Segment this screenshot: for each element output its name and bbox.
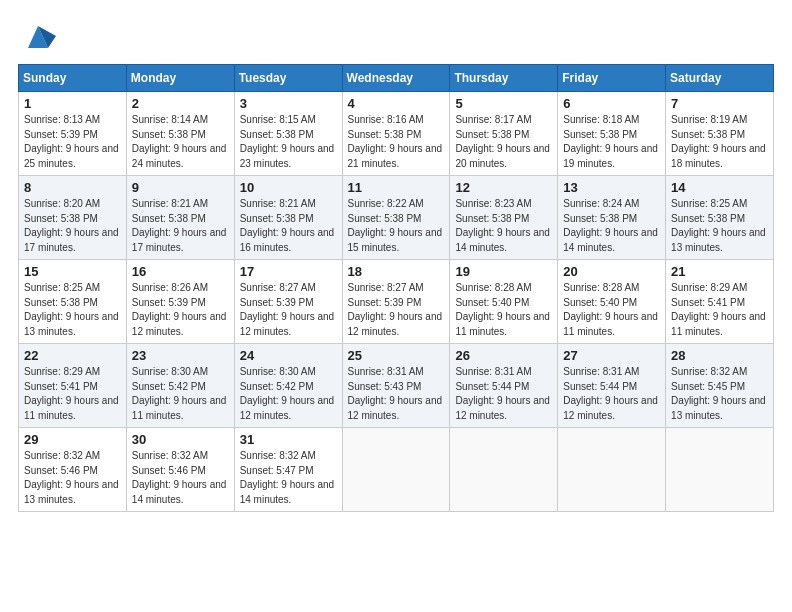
day-detail: Sunrise: 8:26 AM Sunset: 5:39 PM Dayligh… xyxy=(132,281,229,339)
week-row-1: 1 Sunrise: 8:13 AM Sunset: 5:39 PM Dayli… xyxy=(19,92,774,176)
calendar-cell: 20 Sunrise: 8:28 AM Sunset: 5:40 PM Dayl… xyxy=(558,260,666,344)
calendar-body: 1 Sunrise: 8:13 AM Sunset: 5:39 PM Dayli… xyxy=(19,92,774,512)
calendar-cell xyxy=(342,428,450,512)
day-detail: Sunrise: 8:27 AM Sunset: 5:39 PM Dayligh… xyxy=(240,281,337,339)
calendar-cell: 15 Sunrise: 8:25 AM Sunset: 5:38 PM Dayl… xyxy=(19,260,127,344)
day-number: 14 xyxy=(671,180,768,195)
day-number: 12 xyxy=(455,180,552,195)
day-detail: Sunrise: 8:31 AM Sunset: 5:44 PM Dayligh… xyxy=(563,365,660,423)
day-of-week-thursday: Thursday xyxy=(450,65,558,92)
day-detail: Sunrise: 8:28 AM Sunset: 5:40 PM Dayligh… xyxy=(563,281,660,339)
calendar-cell: 11 Sunrise: 8:22 AM Sunset: 5:38 PM Dayl… xyxy=(342,176,450,260)
day-number: 17 xyxy=(240,264,337,279)
day-number: 24 xyxy=(240,348,337,363)
day-number: 15 xyxy=(24,264,121,279)
day-detail: Sunrise: 8:24 AM Sunset: 5:38 PM Dayligh… xyxy=(563,197,660,255)
day-number: 19 xyxy=(455,264,552,279)
day-number: 23 xyxy=(132,348,229,363)
day-detail: Sunrise: 8:21 AM Sunset: 5:38 PM Dayligh… xyxy=(240,197,337,255)
logo-icon xyxy=(18,18,58,54)
day-detail: Sunrise: 8:31 AM Sunset: 5:44 PM Dayligh… xyxy=(455,365,552,423)
day-detail: Sunrise: 8:29 AM Sunset: 5:41 PM Dayligh… xyxy=(671,281,768,339)
calendar-cell: 29 Sunrise: 8:32 AM Sunset: 5:46 PM Dayl… xyxy=(19,428,127,512)
day-detail: Sunrise: 8:32 AM Sunset: 5:46 PM Dayligh… xyxy=(132,449,229,507)
day-detail: Sunrise: 8:25 AM Sunset: 5:38 PM Dayligh… xyxy=(671,197,768,255)
calendar-cell: 17 Sunrise: 8:27 AM Sunset: 5:39 PM Dayl… xyxy=(234,260,342,344)
week-row-2: 8 Sunrise: 8:20 AM Sunset: 5:38 PM Dayli… xyxy=(19,176,774,260)
day-number: 21 xyxy=(671,264,768,279)
day-detail: Sunrise: 8:19 AM Sunset: 5:38 PM Dayligh… xyxy=(671,113,768,171)
calendar-cell: 28 Sunrise: 8:32 AM Sunset: 5:45 PM Dayl… xyxy=(666,344,774,428)
calendar-cell: 21 Sunrise: 8:29 AM Sunset: 5:41 PM Dayl… xyxy=(666,260,774,344)
calendar-cell xyxy=(450,428,558,512)
logo xyxy=(18,18,58,54)
calendar-cell: 24 Sunrise: 8:30 AM Sunset: 5:42 PM Dayl… xyxy=(234,344,342,428)
day-number: 11 xyxy=(348,180,445,195)
day-number: 8 xyxy=(24,180,121,195)
day-detail: Sunrise: 8:30 AM Sunset: 5:42 PM Dayligh… xyxy=(132,365,229,423)
calendar-cell: 12 Sunrise: 8:23 AM Sunset: 5:38 PM Dayl… xyxy=(450,176,558,260)
day-detail: Sunrise: 8:29 AM Sunset: 5:41 PM Dayligh… xyxy=(24,365,121,423)
day-detail: Sunrise: 8:16 AM Sunset: 5:38 PM Dayligh… xyxy=(348,113,445,171)
day-number: 22 xyxy=(24,348,121,363)
day-number: 18 xyxy=(348,264,445,279)
calendar-cell: 23 Sunrise: 8:30 AM Sunset: 5:42 PM Dayl… xyxy=(126,344,234,428)
day-of-week-tuesday: Tuesday xyxy=(234,65,342,92)
day-of-week-friday: Friday xyxy=(558,65,666,92)
calendar-cell xyxy=(558,428,666,512)
day-detail: Sunrise: 8:28 AM Sunset: 5:40 PM Dayligh… xyxy=(455,281,552,339)
day-number: 2 xyxy=(132,96,229,111)
day-detail: Sunrise: 8:20 AM Sunset: 5:38 PM Dayligh… xyxy=(24,197,121,255)
day-number: 26 xyxy=(455,348,552,363)
calendar-cell: 3 Sunrise: 8:15 AM Sunset: 5:38 PM Dayli… xyxy=(234,92,342,176)
day-detail: Sunrise: 8:17 AM Sunset: 5:38 PM Dayligh… xyxy=(455,113,552,171)
day-number: 27 xyxy=(563,348,660,363)
calendar-cell: 18 Sunrise: 8:27 AM Sunset: 5:39 PM Dayl… xyxy=(342,260,450,344)
week-row-4: 22 Sunrise: 8:29 AM Sunset: 5:41 PM Dayl… xyxy=(19,344,774,428)
calendar-cell: 27 Sunrise: 8:31 AM Sunset: 5:44 PM Dayl… xyxy=(558,344,666,428)
calendar-cell: 13 Sunrise: 8:24 AM Sunset: 5:38 PM Dayl… xyxy=(558,176,666,260)
day-number: 7 xyxy=(671,96,768,111)
day-detail: Sunrise: 8:30 AM Sunset: 5:42 PM Dayligh… xyxy=(240,365,337,423)
calendar-cell: 9 Sunrise: 8:21 AM Sunset: 5:38 PM Dayli… xyxy=(126,176,234,260)
calendar-table: SundayMondayTuesdayWednesdayThursdayFrid… xyxy=(18,64,774,512)
calendar-cell: 16 Sunrise: 8:26 AM Sunset: 5:39 PM Dayl… xyxy=(126,260,234,344)
day-number: 29 xyxy=(24,432,121,447)
day-number: 4 xyxy=(348,96,445,111)
calendar-cell: 14 Sunrise: 8:25 AM Sunset: 5:38 PM Dayl… xyxy=(666,176,774,260)
header xyxy=(18,18,774,54)
week-row-5: 29 Sunrise: 8:32 AM Sunset: 5:46 PM Dayl… xyxy=(19,428,774,512)
day-number: 5 xyxy=(455,96,552,111)
page: SundayMondayTuesdayWednesdayThursdayFrid… xyxy=(0,0,792,612)
calendar-cell: 5 Sunrise: 8:17 AM Sunset: 5:38 PM Dayli… xyxy=(450,92,558,176)
day-detail: Sunrise: 8:25 AM Sunset: 5:38 PM Dayligh… xyxy=(24,281,121,339)
header-row: SundayMondayTuesdayWednesdayThursdayFrid… xyxy=(19,65,774,92)
day-number: 20 xyxy=(563,264,660,279)
week-row-3: 15 Sunrise: 8:25 AM Sunset: 5:38 PM Dayl… xyxy=(19,260,774,344)
calendar-cell: 25 Sunrise: 8:31 AM Sunset: 5:43 PM Dayl… xyxy=(342,344,450,428)
day-of-week-saturday: Saturday xyxy=(666,65,774,92)
calendar-cell: 2 Sunrise: 8:14 AM Sunset: 5:38 PM Dayli… xyxy=(126,92,234,176)
day-detail: Sunrise: 8:27 AM Sunset: 5:39 PM Dayligh… xyxy=(348,281,445,339)
day-detail: Sunrise: 8:32 AM Sunset: 5:45 PM Dayligh… xyxy=(671,365,768,423)
day-detail: Sunrise: 8:22 AM Sunset: 5:38 PM Dayligh… xyxy=(348,197,445,255)
day-number: 25 xyxy=(348,348,445,363)
calendar-cell: 26 Sunrise: 8:31 AM Sunset: 5:44 PM Dayl… xyxy=(450,344,558,428)
calendar-cell: 8 Sunrise: 8:20 AM Sunset: 5:38 PM Dayli… xyxy=(19,176,127,260)
calendar-cell: 6 Sunrise: 8:18 AM Sunset: 5:38 PM Dayli… xyxy=(558,92,666,176)
day-number: 16 xyxy=(132,264,229,279)
day-detail: Sunrise: 8:32 AM Sunset: 5:47 PM Dayligh… xyxy=(240,449,337,507)
calendar-cell: 1 Sunrise: 8:13 AM Sunset: 5:39 PM Dayli… xyxy=(19,92,127,176)
day-number: 31 xyxy=(240,432,337,447)
day-detail: Sunrise: 8:13 AM Sunset: 5:39 PM Dayligh… xyxy=(24,113,121,171)
day-detail: Sunrise: 8:32 AM Sunset: 5:46 PM Dayligh… xyxy=(24,449,121,507)
calendar-cell: 31 Sunrise: 8:32 AM Sunset: 5:47 PM Dayl… xyxy=(234,428,342,512)
calendar-cell: 22 Sunrise: 8:29 AM Sunset: 5:41 PM Dayl… xyxy=(19,344,127,428)
day-detail: Sunrise: 8:15 AM Sunset: 5:38 PM Dayligh… xyxy=(240,113,337,171)
day-detail: Sunrise: 8:21 AM Sunset: 5:38 PM Dayligh… xyxy=(132,197,229,255)
day-detail: Sunrise: 8:23 AM Sunset: 5:38 PM Dayligh… xyxy=(455,197,552,255)
day-detail: Sunrise: 8:31 AM Sunset: 5:43 PM Dayligh… xyxy=(348,365,445,423)
calendar-cell: 4 Sunrise: 8:16 AM Sunset: 5:38 PM Dayli… xyxy=(342,92,450,176)
day-number: 10 xyxy=(240,180,337,195)
day-of-week-monday: Monday xyxy=(126,65,234,92)
